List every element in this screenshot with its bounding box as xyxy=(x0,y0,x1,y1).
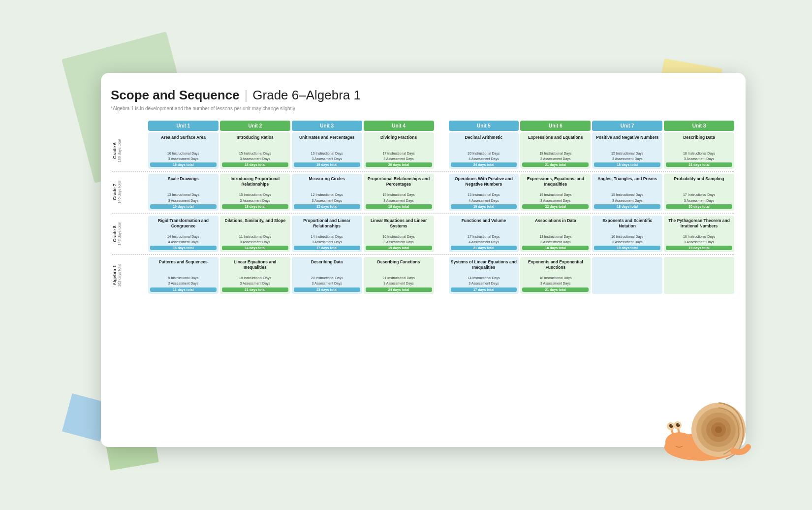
unit-badge-g2-u4: 21 days total xyxy=(451,246,517,250)
grade-row-0: Grade 6160 days total Area and Surface A… xyxy=(112,132,734,169)
unit-badge-g1-u0: 16 days total xyxy=(150,204,217,209)
unit-badge-g0-u2: 19 days total xyxy=(294,162,360,167)
unit-stats-g0-u3: 17 Instructional Days 3 Assessment Days xyxy=(366,151,432,161)
unit-cell-g1-u1: Introducing Proportional Relationships 1… xyxy=(220,174,290,210)
unit-cell-g0-u1: Introducing Ratios 15 Instructional Days… xyxy=(220,132,290,169)
unit-header-2: Unit 2 xyxy=(220,121,290,131)
unit-badge-g2-u5: 16 days total xyxy=(522,246,589,250)
unit-cell-g3-u1: Linear Equations and Inequalities 18 Ins… xyxy=(220,257,290,293)
title-sep: | xyxy=(245,88,248,103)
sep-row-0 xyxy=(112,170,734,172)
unit-stats-g3-u4: 14 Instructional Days 3 Assessment Days xyxy=(451,275,517,286)
grid-wrapper: Unit 1 Unit 2 Unit 3 Unit 4 Unit 5 Unit … xyxy=(111,119,736,295)
unit-cell-g2-u6: Exponents and Scientific Notation 16 Ins… xyxy=(592,216,662,252)
unit-stats-g2-u4: 17 Instructional Days 4 Assessment Days xyxy=(451,234,517,245)
unit-badge-g1-u4: 19 days total xyxy=(451,204,517,209)
unit-cell-g0-u0: Area and Surface Area 16 Instructional D… xyxy=(148,132,219,169)
unit-badge-g0-u4: 24 days total xyxy=(451,162,517,167)
unit-badge-g1-u5: 22 days total xyxy=(522,204,589,209)
unit-cell-g3-u3: Describing Functions 21 Instructional Da… xyxy=(364,257,434,293)
grade-label-3: Algebra 1162 days total xyxy=(112,257,147,293)
unit-cell-g1-u6: Angles, Triangles, and Prisms 15 Instruc… xyxy=(592,174,662,210)
unit-header-3: Unit 3 xyxy=(292,121,362,131)
unit-header-5: Unit 5 xyxy=(449,121,519,131)
title-right: Grade 6–Algebra 1 xyxy=(252,88,361,103)
unit-badge-g0-u3: 20 days total xyxy=(366,162,432,167)
unit-cell-g0-u4: Decimal Arithmetic 20 Instructional Days… xyxy=(449,132,519,169)
scope-table: Unit 1 Unit 2 Unit 3 Unit 4 Unit 5 Unit … xyxy=(111,119,736,295)
header-gap xyxy=(436,121,447,131)
unit-badge-g1-u3: 18 days total xyxy=(366,204,432,209)
unit-stats-g1-u1: 15 Instructional Days 3 Assessment Days xyxy=(222,192,288,203)
grade-row-3: Algebra 1162 days total Patterns and Seq… xyxy=(112,257,734,293)
unit-stats-g0-u7: 18 Instructional Days 3 Assessment Days xyxy=(666,151,732,161)
gap-td-1 xyxy=(436,174,447,210)
unit-cell-g3-u5: Exponents and Exponential Functions 18 I… xyxy=(520,257,591,293)
unit-header-7: Unit 7 xyxy=(592,121,662,131)
unit-badge-g2-u2: 17 days total xyxy=(294,246,360,250)
unit-stats-g1-u5: 19 Instructional Days 3 Assessment Days xyxy=(522,192,589,203)
unit-name-g0-u7: Describing Data xyxy=(666,135,732,150)
unit-name-g2-u0: Rigid Transformation and Congruence xyxy=(150,218,217,233)
unit-badge-g3-u2: 23 days total xyxy=(294,287,360,292)
unit-badge-g3-u5: 21 days total xyxy=(522,287,589,292)
unit-name-g1-u2: Measuring Circles xyxy=(294,176,360,191)
unit-badge-g2-u3: 19 days total xyxy=(366,246,432,250)
unit-cell-g1-u3: Proportional Relationships and Percentag… xyxy=(364,174,434,210)
svg-point-15 xyxy=(679,423,680,425)
unit-name-g3-u3: Describing Functions xyxy=(366,259,432,274)
unit-stats-g0-u4: 20 Instructional Days 4 Assessment Days xyxy=(451,151,517,161)
unit-name-g3-u4: Systems of Linear Equations and Inequali… xyxy=(451,259,517,274)
unit-badge-g0-u0: 19 days total xyxy=(150,162,217,167)
unit-stats-g2-u0: 14 Instructional Days 4 Assessment Days xyxy=(150,234,217,245)
unit-name-g2-u5: Associations in Data xyxy=(522,218,589,233)
grade-row-2: Grade 8143 days total Rigid Transformati… xyxy=(112,216,734,252)
svg-point-14 xyxy=(672,424,673,426)
unit-cell-g2-u0: Rigid Transformation and Congruence 14 I… xyxy=(148,216,219,252)
unit-cell-g2-u3: Linear Equations and Linear Systems 16 I… xyxy=(364,216,434,252)
unit-cell-g2-u4: Functions and Volume 17 Instructional Da… xyxy=(449,216,519,252)
unit-stats-g3-u1: 18 Instructional Days 3 Assessment Days xyxy=(222,275,288,286)
unit-name-g0-u2: Unit Rates and Percentages xyxy=(294,135,360,150)
unit-stats-g2-u3: 16 Instructional Days 3 Assessment Days xyxy=(366,234,432,245)
unit-cell-g0-u3: Dividing Fractions 17 Instructional Days… xyxy=(364,132,434,169)
unit-header-8: Unit 8 xyxy=(664,121,734,131)
sep-row-1 xyxy=(112,212,734,214)
page-title: Scope and Sequence xyxy=(111,88,240,103)
unit-cell-g1-u0: Scale Drawings 13 Instructional Days 3 A… xyxy=(148,174,219,210)
unit-name-g1-u3: Proportional Relationships and Percentag… xyxy=(366,176,432,191)
unit-name-g1-u5: Expressions, Equations, and Inequalities xyxy=(522,176,589,191)
unit-name-g0-u5: Expressions and Equations xyxy=(522,135,589,150)
unit-name-g1-u7: Probability and Sampling xyxy=(666,176,732,191)
gap-td-2 xyxy=(436,216,447,252)
unit-stats-g2-u2: 14 Instructional Days 3 Assessment Days xyxy=(294,234,360,245)
grade-label-2: Grade 8143 days total xyxy=(112,216,147,252)
unit-stats-g0-u6: 15 Instructional Days 3 Assessment Days xyxy=(594,151,660,161)
unit-stats-g2-u1: 11 Instructional Days 3 Assessment Days xyxy=(222,234,288,245)
unit-header-6: Unit 6 xyxy=(520,121,591,131)
sep-row-2 xyxy=(112,254,734,255)
unit-header-4: Unit 4 xyxy=(364,121,434,131)
unit-name-g1-u1: Introducing Proportional Relationships xyxy=(222,176,288,191)
unit-name-g0-u1: Introducing Ratios xyxy=(222,135,288,150)
unit-badge-g0-u6: 18 days total xyxy=(594,162,660,167)
unit-badge-g0-u7: 21 days total xyxy=(666,162,732,167)
svg-point-6 xyxy=(715,426,722,433)
unit-cell-g3-u0: Patterns and Sequences 9 Instructional D… xyxy=(148,257,219,293)
unit-badge-g2-u1: 14 days total xyxy=(222,246,288,250)
unit-badge-g3-u1: 21 days total xyxy=(222,287,288,292)
snail-illustration xyxy=(662,383,760,462)
unit-name-g0-u4: Decimal Arithmetic xyxy=(451,135,517,150)
unit-cell-g0-u6: Positive and Negative Numbers 15 Instruc… xyxy=(592,132,662,169)
unit-stats-g1-u3: 15 Instructional Days 3 Assessment Days xyxy=(366,192,432,203)
unit-stats-g2-u6: 16 Instructional Days 3 Assessment Days xyxy=(594,234,660,245)
unit-name-g2-u4: Functions and Volume xyxy=(451,218,517,233)
unit-stats-g3-u3: 21 Instructional Days 3 Assessment Days xyxy=(366,275,432,286)
unit-badge-g3-u0: 11 days total xyxy=(150,287,217,292)
header-row: Unit 1 Unit 2 Unit 3 Unit 4 Unit 5 Unit … xyxy=(112,121,734,131)
unit-stats-g0-u5: 18 Instructional Days 3 Assessment Days xyxy=(522,151,589,161)
unit-name-g2-u3: Linear Equations and Linear Systems xyxy=(366,218,432,233)
unit-cell-g0-u7: Describing Data 18 Instructional Days 3 … xyxy=(664,132,734,169)
main-card: Scope and Sequence | Grade 6–Algebra 1 *… xyxy=(101,73,746,447)
unit-name-g0-u0: Area and Surface Area xyxy=(150,135,217,150)
